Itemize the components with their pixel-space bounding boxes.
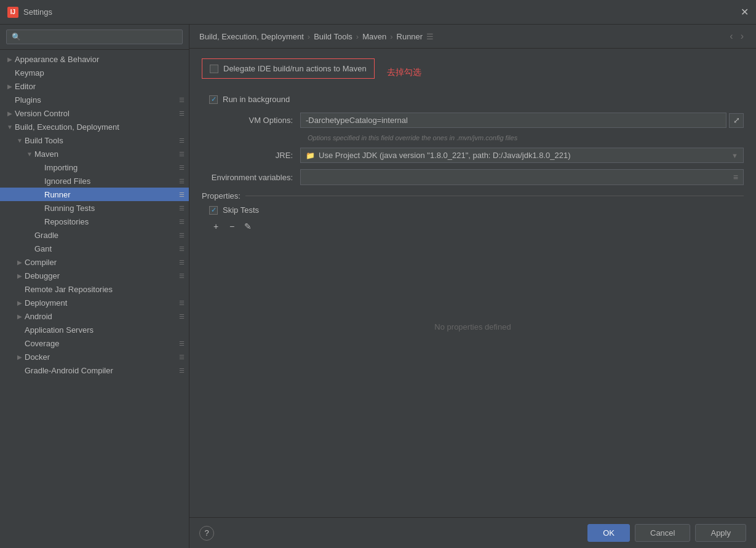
sidebar-item-gradle-android[interactable]: ▶ Gradle-Android Compiler ☰ [0,363,189,377]
sidebar-item-runner[interactable]: ▶ Runner ☰ [0,188,189,201]
run-background-label: Run in background [223,95,290,104]
sidebar-item-gradle[interactable]: ▶ Gradle ☰ [0,228,189,242]
dropdown-arrow-icon: ▼ [731,152,738,159]
no-properties-text: No properties defined [434,322,511,332]
settings-icon: ☰ [177,176,186,186]
skip-tests-label: Skip Tests [223,205,259,215]
vm-options-label: VM Options: [202,116,300,125]
breadcrumb-settings-icon: ☰ [426,32,434,41]
settings-icon: ☰ [177,108,186,118]
sidebar: ▶ Appearance & Behavior ▶ Keymap ▶ Edito… [0,25,189,548]
sidebar-item-importing[interactable]: ▶ Importing ☰ [0,161,189,174]
sidebar-item-plugins[interactable]: ▶ Plugins ☰ [0,93,189,106]
breadcrumb-item-3[interactable]: Maven [362,32,386,41]
title-bar: IJ Settings ✕ [0,0,756,25]
sidebar-item-repositories[interactable]: ▶ Repositories ☰ [0,215,189,228]
sidebar-item-running-tests[interactable]: ▶ Running Tests ☰ [0,201,189,215]
settings-window: IJ Settings ✕ ▶ Appearance & Behavior ▶ … [0,0,756,548]
breadcrumb-bar: Build, Execution, Deployment › Build Too… [189,25,756,49]
annotation-text: 去掉勾选 [387,67,421,78]
sidebar-item-coverage[interactable]: ▶ Coverage ☰ [0,336,189,350]
settings-icon: ☰ [177,216,186,226]
delegate-label: Delegate IDE build/run actions to Maven [223,64,367,73]
jre-icon: 📁 [306,151,315,160]
sidebar-item-keymap[interactable]: ▶ Keymap [0,66,189,79]
sidebar-item-editor[interactable]: ▶ Editor [0,79,189,93]
expand-icon: ▶ [15,352,25,362]
expand-icon: ▶ [15,298,25,308]
vm-options-row: VM Options: ⤢ [202,113,744,128]
sidebar-item-compiler[interactable]: ▶ Compiler ☰ [0,255,189,269]
expand-icon: ▶ [5,108,15,118]
nav-back-button[interactable]: ‹ [727,31,735,42]
sidebar-item-appearance[interactable]: ▶ Appearance & Behavior [0,52,189,66]
expand-icon: ▼ [5,122,15,132]
app-icon: IJ [7,7,18,18]
properties-toolbar: + − ✎ [202,220,744,233]
sidebar-item-deployment[interactable]: ▶ Deployment ☰ [0,296,189,309]
bottom-bar: ? OK Cancel Apply [189,517,756,548]
sidebar-item-docker[interactable]: ▶ Docker ☰ [0,350,189,363]
vm-options-expand-button[interactable]: ⤢ [729,113,744,128]
skip-tests-row: Skip Tests [202,205,744,215]
run-background-checkbox[interactable] [209,95,218,104]
settings-icon: ☰ [177,189,186,199]
breadcrumb-item-4[interactable]: Runner [397,32,423,41]
sidebar-item-build-execution[interactable]: ▼ Build, Execution, Deployment [0,120,189,133]
vm-options-field: ⤢ [300,113,744,128]
delegate-row: Delegate IDE build/run actions to Maven … [202,58,744,86]
vm-options-input[interactable] [300,113,726,128]
sidebar-item-application-servers[interactable]: ▶ Application Servers [0,323,189,336]
properties-label: Properties: [202,191,744,201]
sidebar-item-version-control[interactable]: ▶ Version Control ☰ [0,106,189,120]
edit-property-button[interactable]: ✎ [241,220,255,233]
breadcrumb-item-1[interactable]: Build, Execution, Deployment [199,32,304,41]
close-button[interactable]: ✕ [741,7,749,17]
breadcrumb-sep-1: › [308,32,310,41]
settings-icon: ☰ [177,257,186,267]
env-vars-input[interactable]: ≡ [300,169,744,185]
expand-icon: ▶ [5,81,15,91]
env-vars-row: Environment variables: ≡ [202,169,744,185]
apply-button[interactable]: Apply [695,524,746,542]
search-input[interactable] [6,30,183,44]
sidebar-item-debugger[interactable]: ▶ Debugger ☰ [0,269,189,282]
breadcrumb-item-2[interactable]: Build Tools [314,32,352,41]
cancel-button[interactable]: Cancel [635,524,690,542]
jre-label: JRE: [202,151,300,160]
settings-icon: ☰ [177,338,186,348]
sidebar-item-maven[interactable]: ▼ Maven ☰ [0,147,189,161]
expand-icon: ▼ [25,149,34,159]
help-button[interactable]: ? [199,526,214,541]
ok-button[interactable]: OK [587,524,630,542]
expand-icon: ▶ [15,311,25,321]
add-property-button[interactable]: + [209,220,223,233]
sidebar-item-remote-jar[interactable]: ▶ Remote Jar Repositories [0,282,189,296]
settings-icon: ☰ [177,162,186,172]
delegate-box: Delegate IDE build/run actions to Maven [202,58,375,79]
env-vars-list-icon: ≡ [733,172,738,182]
breadcrumb-sep-3: › [390,32,392,41]
settings-icon: ☰ [177,298,186,308]
sidebar-item-gant[interactable]: ▶ Gant ☰ [0,242,189,255]
settings-panel: Delegate IDE build/run actions to Maven … [189,49,756,517]
jre-select[interactable]: 📁 Use Project JDK (java version "1.8.0_2… [300,148,744,163]
content-area: ▶ Appearance & Behavior ▶ Keymap ▶ Edito… [0,25,756,548]
settings-icon: ☰ [177,271,186,280]
skip-tests-checkbox[interactable] [209,206,218,215]
action-buttons: OK Cancel Apply [587,524,746,542]
nav-forward-button[interactable]: › [738,31,746,42]
settings-icon: ☰ [177,203,186,213]
breadcrumb-sep-2: › [356,32,359,41]
delegate-checkbox[interactable] [210,65,218,73]
no-properties-area: No properties defined [202,240,744,363]
remove-property-button[interactable]: − [225,220,239,233]
sidebar-item-build-tools[interactable]: ▼ Build Tools ☰ [0,133,189,147]
env-vars-field: ≡ [300,169,744,185]
sidebar-item-ignored-files[interactable]: ▶ Ignored Files ☰ [0,174,189,188]
sidebar-item-android[interactable]: ▶ Android ☰ [0,309,189,323]
run-background-row: Run in background [202,95,744,104]
jre-value: Use Project JDK (java version "1.8.0_221… [319,151,731,160]
settings-icon: ☰ [177,352,186,362]
settings-icon: ☰ [177,149,186,159]
